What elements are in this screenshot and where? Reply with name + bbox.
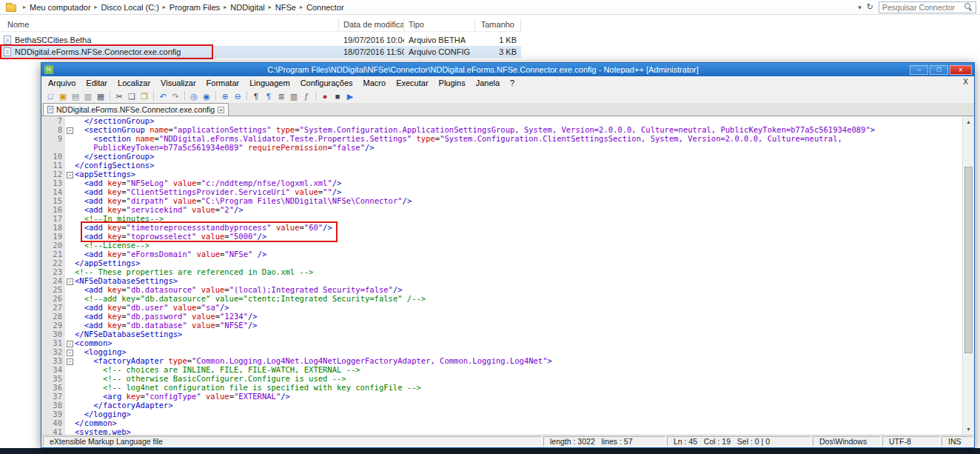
code-line[interactable]: 14 <add key="ClientSettingsProvider.Serv…: [41, 187, 962, 196]
fold-collapse-icon[interactable]: -: [65, 347, 75, 356]
cut-icon[interactable]: ✂: [113, 90, 125, 102]
code-line[interactable]: 20 <!--License-->: [41, 241, 962, 250]
code-line[interactable]: 11</configSections>: [41, 161, 962, 170]
stop-macro-icon[interactable]: ■: [332, 90, 343, 102]
save-icon[interactable]: ▤: [70, 90, 81, 102]
menu-formatar[interactable]: Formatar: [201, 77, 245, 89]
zoom-out-icon[interactable]: ⊖: [232, 90, 244, 102]
breadcrumb-item[interactable]: NFSe: [275, 3, 296, 12]
code-line[interactable]: 18 <add key="timetoreprocessstandbyproce…: [41, 223, 962, 232]
print-icon[interactable]: ▦: [95, 90, 107, 102]
code-line[interactable]: 9 <section name="NDDigital.eForms.Valida…: [41, 134, 962, 143]
vertical-scrollbar[interactable]: ▲ ▼: [962, 116, 974, 435]
column-header-name[interactable]: Nome: [0, 19, 339, 31]
breadcrumb-arrow-icon[interactable]: ▸: [23, 4, 26, 10]
column-header-size[interactable]: Tamanho: [475, 19, 521, 31]
undo-icon[interactable]: ↶: [157, 90, 169, 102]
code-line[interactable]: 15 <add key="dirpath" value="C:\Program …: [41, 196, 962, 205]
menu-arquivo[interactable]: Arquivo: [43, 77, 81, 89]
code-line[interactable]: 19 <add key="toprowsselect" value="5000"…: [41, 232, 962, 241]
chevron-down-icon[interactable]: ▾: [858, 4, 862, 11]
find-icon[interactable]: ◎: [188, 90, 200, 102]
code-line[interactable]: PublicKeyToken=b77a5c561934e089" require…: [41, 143, 962, 152]
menu-linguagem[interactable]: Linguagem: [244, 77, 295, 89]
tab-config-file[interactable]: NDDigital.eForms.NFSe.Connector.exe.conf…: [43, 103, 229, 116]
file-row[interactable]: BethaSCCities.Betha19/07/2016 10:04Arqui…: [0, 34, 521, 46]
word-wrap-icon[interactable]: ¶: [250, 90, 262, 102]
scroll-down-icon[interactable]: ▼: [963, 424, 974, 435]
menu-editar[interactable]: Editar: [81, 77, 113, 89]
menu-help[interactable]: ?: [505, 77, 520, 89]
editor-area[interactable]: 7 </sectionGroup>8- <sectionGroup name="…: [41, 116, 962, 435]
refresh-icon[interactable]: ↻: [867, 2, 873, 12]
menu-visualizar[interactable]: Visualizar: [155, 77, 201, 89]
code-line[interactable]: 13 <add key="NFSeLog" value="c:/nddtemp/…: [41, 178, 962, 187]
menubar-close-icon[interactable]: X: [963, 78, 968, 86]
code-line[interactable]: 36 <!-- log4net configuration file is sp…: [41, 383, 962, 392]
zoom-in-icon[interactable]: ⊕: [219, 90, 231, 102]
save-all-icon[interactable]: ▥: [82, 90, 94, 102]
code-line[interactable]: 28 <add key="db.password" value="1234"/>: [41, 312, 962, 321]
open-file-icon[interactable]: ▣: [57, 90, 69, 102]
breadcrumb-arrow-icon[interactable]: ▸: [95, 4, 98, 10]
breadcrumb-arrow-icon[interactable]: ▸: [163, 4, 166, 10]
code-line[interactable]: 33- <factoryAdapter type="Common.Logging…: [41, 356, 962, 365]
file-row[interactable]: NDDigital.eForms.NFSe.Connector.exe.conf…: [0, 46, 521, 58]
code-line[interactable]: 38 </factoryAdapter>: [41, 401, 962, 410]
column-header-modified[interactable]: Data de modificaç...: [339, 19, 404, 31]
fold-collapse-icon[interactable]: -: [65, 125, 75, 134]
code-line[interactable]: 26 <!--add key="db.datasource" value="ct…: [41, 294, 962, 303]
code-line[interactable]: 37 <arg key="configType" value="EXTERNAL…: [41, 392, 962, 401]
tab-close-icon[interactable]: ×: [218, 107, 224, 113]
show-all-characters-icon[interactable]: ¶: [263, 90, 275, 102]
new-file-icon[interactable]: □: [44, 90, 56, 102]
title-bar[interactable]: N C:\Program Files\NDDigital\NFSe\Connec…: [41, 63, 974, 76]
search-input[interactable]: Pesquisar Connector: [879, 1, 976, 13]
close-button[interactable]: ×: [950, 65, 972, 75]
scrollbar-thumb[interactable]: [964, 167, 973, 353]
breadcrumb-item[interactable]: NDDigital: [230, 3, 264, 12]
function-list-icon[interactable]: ƒ: [301, 90, 312, 102]
code-line[interactable]: 12-<appSettings>: [41, 170, 962, 178]
minimize-button[interactable]: –: [910, 65, 928, 75]
menu-configuracoes[interactable]: Configurações: [295, 77, 358, 89]
code-line[interactable]: 22</appSettings>: [41, 258, 962, 267]
paste-icon[interactable]: ❐: [138, 90, 150, 102]
code-line[interactable]: 34 <!-- choices are INLINE, FILE, FILE-W…: [41, 365, 962, 374]
code-line[interactable]: 32- <logging>: [41, 347, 962, 356]
fold-collapse-icon[interactable]: -: [65, 276, 75, 285]
code-line[interactable]: 39 </logging>: [41, 410, 962, 418]
menu-janela[interactable]: Janela: [471, 77, 505, 89]
breadcrumb-arrow-icon[interactable]: ▸: [224, 4, 226, 10]
code-line[interactable]: 21 <add key="eFormsDomain" value="NFSe" …: [41, 250, 962, 258]
breadcrumb-arrow-icon[interactable]: ▸: [300, 4, 303, 10]
copy-icon[interactable]: ❏: [126, 90, 138, 102]
breadcrumb-arrow-icon[interactable]: ▸: [269, 4, 272, 10]
record-macro-icon[interactable]: ●: [319, 90, 331, 102]
breadcrumb-item[interactable]: Program Files: [170, 3, 220, 12]
code-line[interactable]: 41<system.web>: [41, 427, 962, 435]
code-line[interactable]: 10 </sectionGroup>: [41, 152, 962, 161]
code-line[interactable]: 27 <add key="db.user" value="sa"/>: [41, 303, 962, 312]
code-line[interactable]: 8- <sectionGroup name="applicationSettin…: [41, 125, 962, 134]
fold-collapse-icon[interactable]: -: [65, 338, 75, 347]
play-macro-icon[interactable]: ▶: [344, 90, 356, 102]
scroll-up-icon[interactable]: ▲: [963, 116, 974, 127]
menu-macro[interactable]: Macro: [358, 77, 392, 89]
search-icon[interactable]: [964, 3, 973, 11]
document-map-icon[interactable]: ▥: [288, 90, 300, 102]
replace-icon[interactable]: ◉: [201, 90, 212, 102]
menu-executar[interactable]: Executar: [391, 77, 433, 89]
code-line[interactable]: 29 <add key="db.database" value="NFSE"/>: [41, 321, 962, 330]
redo-icon[interactable]: ↷: [170, 90, 181, 102]
breadcrumb-item[interactable]: Disco Local (C:): [101, 3, 159, 12]
menu-plugins[interactable]: Plugins: [434, 77, 471, 89]
code-line[interactable]: 17 <!--In minutes-->: [41, 214, 962, 223]
code-line[interactable]: 31-<common>: [41, 338, 962, 347]
taskbar[interactable]: [0, 448, 980, 454]
column-header-type[interactable]: Tipo: [404, 19, 475, 31]
maximize-button[interactable]: □: [930, 65, 948, 75]
code-line[interactable]: 24-<NFSeDatabaseSettings>: [41, 276, 962, 285]
code-line[interactable]: 25 <add key="db.datasource" value="(loca…: [41, 285, 962, 294]
code-line[interactable]: 40</common>: [41, 418, 962, 427]
